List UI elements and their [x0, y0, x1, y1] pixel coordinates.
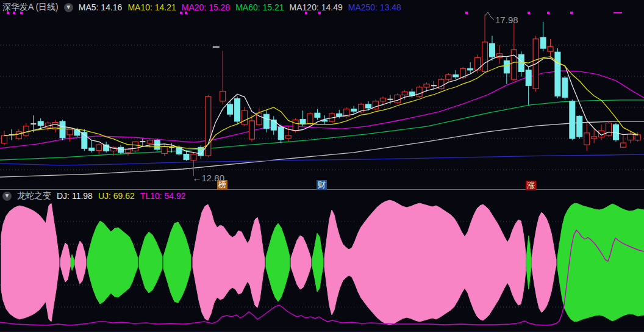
watermark-badge: 财: [317, 180, 327, 190]
watermark-badge: 涨: [526, 181, 536, 190]
ma60-label: MA60: 15.21: [235, 2, 284, 12]
indicator-panel-header: ▼ 龙蛇之变 DJ: 11.98 UJ: 69.62 TL10: 54.92: [2, 190, 186, 201]
ma250-label: MA250: 13.48: [348, 2, 401, 12]
uj-value: UJ: 69.62: [98, 191, 135, 201]
tl10-value: TL10: 54.92: [140, 191, 186, 201]
chevron-down-icon[interactable]: ▼: [2, 192, 12, 201]
ma5-label: MA5: 14.16: [79, 2, 123, 12]
ma10-label: MA10: 14.21: [127, 2, 176, 12]
watermark-badge: 榜: [217, 180, 227, 190]
chevron-down-icon[interactable]: ▼: [64, 3, 73, 12]
main-chart-canvas[interactable]: 17.98←12.80: [0, 0, 644, 332]
ma20-label: MA20: 15.28: [182, 2, 230, 12]
dj-value: DJ: 11.98: [57, 191, 93, 201]
svg-text:17.98: 17.98: [495, 15, 518, 25]
stock-title: 深华发A (日线): [2, 2, 59, 13]
indicator-title: 龙蛇之变: [17, 190, 51, 201]
main-chart-header: 深华发A (日线) ▼ MA5: 14.16 MA10: 14.21 MA20:…: [2, 1, 401, 13]
stock-chart-app: 17.98←12.80 深华发A (日线) ▼ MA5: 14.16 MA10:…: [0, 0, 644, 332]
ma120-label: MA120: 14.49: [290, 2, 343, 12]
